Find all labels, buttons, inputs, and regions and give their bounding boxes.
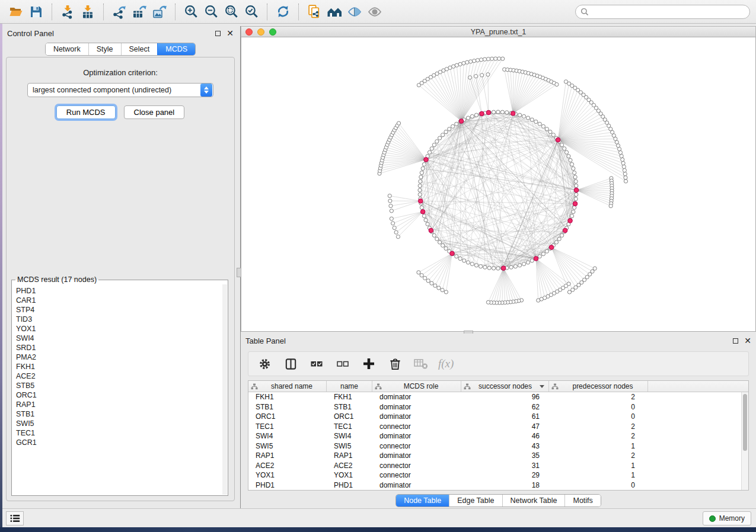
mcds-result-item[interactable]: PMA2: [16, 352, 219, 362]
mcds-result-item[interactable]: STP4: [16, 305, 219, 315]
zoom-in-button[interactable]: [181, 2, 201, 21]
add-column-button[interactable]: [360, 355, 378, 373]
float-panel-icon[interactable]: [215, 31, 221, 36]
column-header-shared-name[interactable]: shared name: [248, 381, 327, 392]
tab-style[interactable]: Style: [88, 43, 121, 55]
run-mcds-button[interactable]: Run MCDS: [56, 105, 116, 119]
share-network-button[interactable]: [304, 2, 324, 21]
mcds-result-item[interactable]: CAR1: [16, 296, 219, 305]
export-table-button[interactable]: [129, 2, 149, 21]
zoom-out-button[interactable]: [201, 2, 221, 21]
mcds-result-item[interactable]: FKH1: [16, 362, 219, 371]
deselect-all-button[interactable]: [334, 355, 352, 373]
save-button[interactable]: [26, 2, 46, 21]
dominator-node[interactable]: [480, 111, 484, 116]
window-minimize-button[interactable]: [257, 28, 264, 36]
delete-table-button[interactable]: [412, 355, 430, 373]
dominator-node[interactable]: [573, 201, 578, 206]
mcds-result-item[interactable]: PHD1: [16, 286, 219, 296]
mcds-result-item[interactable]: TID3: [16, 315, 219, 324]
tab-edge-table[interactable]: Edge Table: [449, 495, 502, 507]
first-neighbors-button[interactable]: [324, 2, 344, 21]
dominator-node[interactable]: [450, 251, 455, 256]
table-settings-button[interactable]: [256, 355, 273, 373]
column-header-name[interactable]: name: [327, 381, 372, 392]
mcds-result-item[interactable]: ORC1: [16, 390, 219, 400]
tab-network-table[interactable]: Network Table: [502, 495, 565, 507]
table-row-TEC1[interactable]: TEC1TEC1connector472: [248, 422, 741, 432]
dominator-node[interactable]: [574, 188, 579, 193]
close-panel-icon[interactable]: ✕: [227, 29, 234, 37]
table-row-PHD1[interactable]: PHD1PHD1dominator180: [248, 480, 741, 491]
dominator-node[interactable]: [563, 228, 567, 233]
scrollbar-thumb[interactable]: [743, 394, 747, 451]
window-close-button[interactable]: [245, 28, 253, 36]
dominator-node[interactable]: [486, 110, 491, 115]
zoom-fit-button[interactable]: [221, 2, 241, 21]
tab-mcds[interactable]: MCDS: [157, 43, 195, 55]
tab-motifs[interactable]: Motifs: [564, 495, 600, 507]
hide-selection-button[interactable]: [344, 2, 365, 21]
function-builder-button[interactable]: f(x): [438, 357, 454, 370]
table-row-SWI4[interactable]: SWI4SWI4dominator462: [248, 431, 741, 441]
mcds-result-item[interactable]: TEC1: [16, 428, 219, 438]
criterion-select[interactable]: largest connected component (undirected): [27, 83, 213, 97]
network-window-titlebar[interactable]: YPA_prune.txt_1: [241, 26, 756, 37]
dominator-node[interactable]: [511, 111, 515, 116]
table-row-ACE2[interactable]: ACE2ACE2connector311: [248, 461, 741, 471]
select-all-button[interactable]: [308, 355, 326, 373]
import-table-button[interactable]: [78, 2, 98, 21]
mcds-result-item[interactable]: GCR1: [16, 438, 219, 447]
zoom-selected-button[interactable]: [241, 2, 261, 21]
column-header-predecessor-nodes[interactable]: predecessor nodes: [549, 381, 648, 392]
table-row-RAP1[interactable]: RAP1RAP1dominator352: [248, 451, 741, 461]
delete-column-button[interactable]: [386, 355, 404, 373]
table-row-SWI5[interactable]: SWI5SWI5connector431: [248, 441, 741, 451]
mcds-result-item[interactable]: SRD1: [16, 343, 219, 352]
search-input[interactable]: [575, 5, 750, 19]
mcds-result-item[interactable]: SWI4: [16, 334, 219, 343]
export-image-button[interactable]: [149, 2, 170, 21]
mcds-result-scrollbar[interactable]: [222, 284, 227, 495]
import-network-button[interactable]: [58, 2, 78, 21]
network-graph[interactable]: [241, 37, 755, 331]
export-network-button[interactable]: [109, 2, 129, 21]
window-zoom-button[interactable]: [269, 28, 276, 36]
close-panel-icon[interactable]: ✕: [744, 336, 751, 345]
table-row-ORC1[interactable]: ORC1ORC1dominator610: [248, 412, 741, 422]
tab-select[interactable]: Select: [121, 43, 158, 55]
table-row-FKH1[interactable]: FKH1FKH1dominator962: [248, 392, 741, 402]
refresh-button[interactable]: [273, 2, 293, 21]
show-all-button[interactable]: [365, 2, 385, 21]
mcds-result-item[interactable]: STB1: [16, 409, 219, 419]
table-row-YOX1[interactable]: YOX1YOX1connector291: [248, 470, 741, 480]
mcds-result-item[interactable]: SWI5: [16, 419, 219, 428]
table-scrollbar[interactable]: [741, 392, 748, 490]
mcds-result-item[interactable]: RAP1: [16, 400, 219, 409]
float-panel-icon[interactable]: [733, 338, 738, 344]
dominator-node[interactable]: [549, 245, 554, 250]
dominator-node[interactable]: [568, 219, 573, 223]
memory-button[interactable]: Memory: [703, 511, 751, 525]
task-history-button[interactable]: [6, 511, 24, 525]
dominator-node[interactable]: [424, 158, 429, 162]
dominator-node[interactable]: [501, 266, 506, 271]
dominator-node[interactable]: [556, 137, 560, 142]
dominator-node[interactable]: [429, 228, 433, 233]
column-header-successor-nodes[interactable]: successor nodes: [461, 381, 549, 392]
dominator-node[interactable]: [459, 119, 464, 124]
network-canvas[interactable]: [241, 37, 756, 332]
close-panel-button[interactable]: Close panel: [124, 105, 185, 119]
mcds-result-item[interactable]: YOX1: [16, 324, 219, 334]
show-columns-button[interactable]: [282, 355, 299, 373]
tab-node-table[interactable]: Node Table: [396, 495, 449, 507]
tab-network[interactable]: Network: [46, 43, 88, 55]
dominator-node[interactable]: [418, 199, 423, 204]
mcds-result-item[interactable]: STB5: [16, 381, 219, 390]
dominator-node[interactable]: [534, 257, 538, 261]
open-file-button[interactable]: [6, 2, 26, 21]
dominator-node[interactable]: [420, 210, 425, 214]
column-header-MCDS-role[interactable]: MCDS role: [372, 381, 461, 392]
mcds-result-item[interactable]: ACE2: [16, 371, 219, 381]
table-row-STB1[interactable]: STB1STB1dominator620: [248, 402, 741, 412]
